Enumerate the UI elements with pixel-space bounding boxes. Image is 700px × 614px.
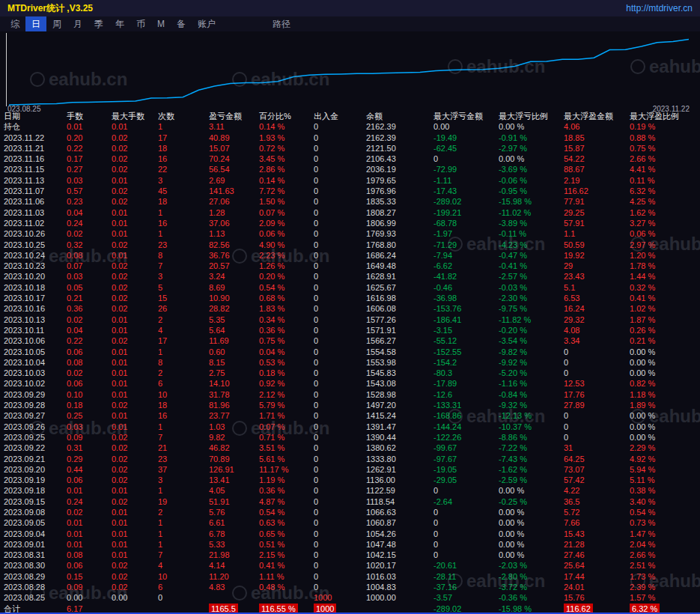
menu-item-币[interactable]: 币 <box>130 16 151 32</box>
column-header[interactable]: 盈亏金额 <box>205 111 255 121</box>
cell: 1 <box>154 121 205 132</box>
table-row[interactable]: 2023.09.250.090.0279.820.71 %01390.44-12… <box>0 432 700 443</box>
column-header[interactable]: 最大浮亏比例 <box>495 111 560 121</box>
cell: 0.00 % <box>495 529 560 539</box>
table-row[interactable]: 2023.09.050.010.0116.610.63 %01060.8700.… <box>0 517 700 528</box>
table-row[interactable]: 2023.10.050.060.0110.600.04 %01554.58-15… <box>0 347 700 357</box>
column-header[interactable]: 日期 <box>0 111 63 121</box>
cell: -2.64 <box>430 496 495 507</box>
cell: 11.20 <box>205 571 255 582</box>
column-header[interactable]: 最大手数 <box>108 111 154 121</box>
table-row[interactable]: 2023.09.220.310.022146.823.51 %01380.62-… <box>0 443 700 453</box>
table-row[interactable]: 2023.09.280.180.021881.965.79 %01497.20-… <box>0 400 700 410</box>
cell: 0.57 <box>63 186 108 196</box>
table-row[interactable]: 2023.09.290.100.011031.782.12 %01528.98-… <box>0 389 700 400</box>
table-row[interactable]: 2023.08.300.060.0244.140.41 %01020.17-20… <box>0 560 700 571</box>
menu-item-账户[interactable]: 账户 <box>192 16 222 32</box>
table-row[interactable]: 2023.11.130.030.0132.690.14 %01979.65-1.… <box>0 175 700 186</box>
table-row[interactable]: 2023.09.150.240.021951.914.87 %01118.54-… <box>0 496 700 507</box>
cell: 0.41 % <box>626 293 693 303</box>
table-row[interactable]: 2023.08.310.080.01721.982.15 %01042.1500… <box>0 550 700 560</box>
cell: 持仓 <box>0 121 63 132</box>
column-header[interactable]: 最大浮亏金额 <box>430 111 495 121</box>
table-row[interactable]: 2023.11.030.040.0111.280.07 %01808.27-19… <box>0 207 700 218</box>
table-row[interactable]: 2023.10.260.020.0111.130.06 %01769.93-1.… <box>0 228 700 239</box>
menu-item-path[interactable]: 路径 <box>267 16 296 32</box>
menu-item-综[interactable]: 综 <box>4 16 25 32</box>
table-row[interactable]: 2023.11.060.230.021827.061.50 %01835.33-… <box>0 196 700 207</box>
cell: 28.82 <box>205 303 255 314</box>
table-row[interactable]: 2023.10.230.070.02720.571.26 %01649.48-6… <box>0 261 700 271</box>
table-row[interactable]: 2023.10.020.060.01614.100.92 %01543.08-1… <box>0 378 700 389</box>
cell: 0.08 <box>63 357 108 368</box>
table-row[interactable]: 2023.09.040.010.0116.780.65 %01054.2600.… <box>0 529 700 539</box>
website-link[interactable]: http://mtdriver.cn <box>626 3 693 13</box>
menu-item-M[interactable]: M <box>151 17 171 31</box>
cell: 7 <box>154 550 205 560</box>
table-row[interactable]: 2023.11.160.170.021670.243.45 %02106.430… <box>0 154 700 164</box>
equity-curve <box>0 31 700 111</box>
table-row[interactable]: 2023.08.290.150.021011.201.11 %01016.03-… <box>0 571 700 582</box>
stats-table: 日期手数最大手数次数盈亏金额百分比%出入金余额最大浮亏金额最大浮亏比例最大浮盈金… <box>0 111 700 614</box>
cell: 0.01 <box>108 550 154 560</box>
table-row[interactable]: 2023.10.110.040.0145.640.36 %01571.91-3.… <box>0 325 700 335</box>
table-row[interactable]: 2023.09.010.010.0115.330.51 %01047.4800.… <box>0 539 700 550</box>
menu-item-季[interactable]: 季 <box>88 16 109 32</box>
cell: 3.11 <box>205 121 255 132</box>
menu-item-周[interactable]: 周 <box>46 16 67 32</box>
cell: -12.13 % <box>495 410 560 421</box>
cell: 0.00 <box>430 121 495 132</box>
cell: 2023.08.31 <box>0 550 63 560</box>
table-row[interactable]: 2023.08.280.090.0264.830.48 %01004.83-37… <box>0 582 700 592</box>
cell: -2.57 % <box>495 271 560 282</box>
table-row[interactable]: 2023.11.070.570.0245141.637.72 %01976.96… <box>0 186 700 196</box>
cell: 0.44 <box>63 464 108 475</box>
table-row[interactable]: 2023.11.210.220.021815.070.72 %02121.50-… <box>0 143 700 154</box>
cell: 9.82 <box>205 432 255 443</box>
cell: 6 <box>154 378 205 389</box>
table-row[interactable]: 2023.10.200.030.0233.240.20 %01628.91-41… <box>0 271 700 282</box>
cell: -289.02 <box>430 196 495 207</box>
cell: 23.77 <box>205 410 255 421</box>
table-row[interactable]: 2023.09.200.440.0237126.9111.17 %01262.9… <box>0 464 700 475</box>
column-header[interactable]: 最大浮盈金额 <box>560 111 626 121</box>
column-header[interactable]: 余额 <box>362 111 430 121</box>
cell: 1.19 % <box>255 475 310 485</box>
table-row[interactable]: 2023.08.250.000.00010001000.00-3.57-0.36… <box>0 592 700 603</box>
table-row[interactable]: 2023.10.060.220.021711.690.75 %01566.27-… <box>0 335 700 346</box>
table-row[interactable]: 2023.09.190.060.02313.411.19 %01136.00-2… <box>0 475 700 485</box>
table-row[interactable]: 2023.11.020.240.011637.062.09 %01806.99-… <box>0 218 700 228</box>
cell: 19 <box>154 496 205 507</box>
table-row[interactable]: 持仓0.010.0113.110.14 %02162.390.000.00 %4… <box>0 121 700 132</box>
table-row[interactable]: 2023.09.260.030.0111.030.07 %01391.47-14… <box>0 422 700 432</box>
menu-item-备[interactable]: 备 <box>171 16 192 32</box>
column-header[interactable]: 次数 <box>154 111 205 121</box>
table-row[interactable]: 2023.09.180.010.0114.050.36 %01122.5900.… <box>0 485 700 496</box>
table-row[interactable]: 2023.10.180.050.0258.690.54 %01625.67-0.… <box>0 282 700 293</box>
column-header[interactable]: 出入金 <box>310 111 362 121</box>
cell: 2.15 % <box>255 550 310 560</box>
table-row[interactable]: 2023.10.240.080.01836.762.23 %01686.24-7… <box>0 250 700 261</box>
table-row[interactable]: 2023.10.170.210.021510.900.68 %01616.98-… <box>0 293 700 303</box>
table-row[interactable]: 2023.10.160.360.022628.821.83 %01606.08-… <box>0 303 700 314</box>
table-row[interactable]: 2023.10.130.020.0125.350.34 %01577.26-18… <box>0 314 700 325</box>
table-row[interactable]: 2023.09.080.020.0125.760.54 %01066.6300.… <box>0 507 700 517</box>
table-row[interactable]: 2023.09.210.290.022370.895.61 %01333.80-… <box>0 454 700 464</box>
column-header[interactable]: 最大浮盈比例 <box>626 111 693 121</box>
table-row[interactable]: 2023.11.220.200.021740.891.93 %02162.39-… <box>0 133 700 143</box>
cell: 11.17 % <box>255 464 310 475</box>
cell: 4.14 <box>205 560 255 571</box>
table-row[interactable]: 2023.11.150.270.022256.542.86 %02036.19-… <box>0 164 700 174</box>
cell: 0 <box>430 507 495 517</box>
table-row[interactable]: 2023.10.030.020.0122.750.18 %01545.83-80… <box>0 368 700 378</box>
table-row[interactable]: 2023.10.250.320.022382.564.90 %01768.80-… <box>0 240 700 250</box>
cell: 0.53 % <box>255 357 310 368</box>
column-header[interactable]: 百分比% <box>255 111 310 121</box>
column-header[interactable]: 手数 <box>63 111 108 121</box>
table-row[interactable]: 2023.10.040.080.0188.150.53 %01553.98-15… <box>0 357 700 368</box>
menu-item-日[interactable]: 日 <box>25 16 46 32</box>
cell: -3.69 % <box>495 164 560 174</box>
menu-item-月[interactable]: 月 <box>67 16 88 32</box>
table-row[interactable]: 2023.09.270.250.011623.771.71 %01415.24-… <box>0 410 700 421</box>
menu-item-年[interactable]: 年 <box>109 16 130 32</box>
